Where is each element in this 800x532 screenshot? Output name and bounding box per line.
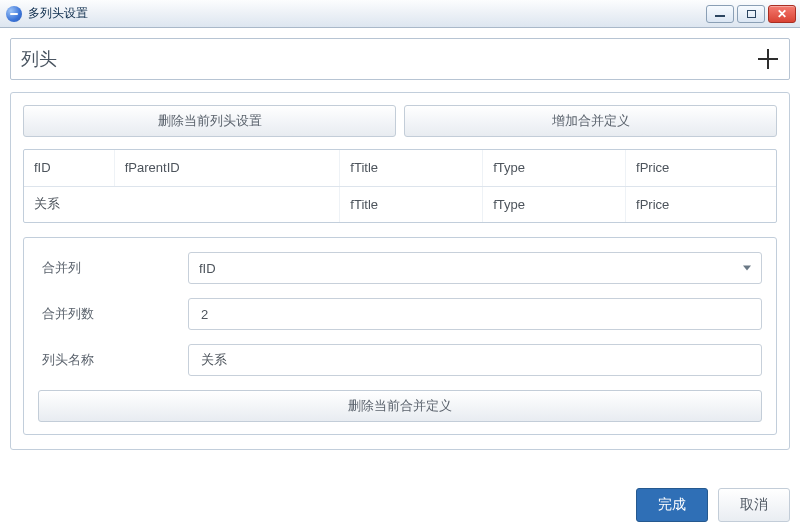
maximize-icon bbox=[747, 10, 756, 18]
cell[interactable]: fTitle bbox=[340, 150, 483, 186]
cell[interactable]: fID bbox=[24, 150, 114, 186]
merge-form: 合并列 fID 合并列数 列头名称 删除当前合并定义 bbox=[23, 237, 777, 435]
delete-current-merge-button[interactable]: 删除当前合并定义 bbox=[38, 390, 762, 422]
titlebar[interactable]: 多列头设置 ✕ bbox=[0, 0, 800, 28]
merge-count-field[interactable] bbox=[199, 306, 751, 323]
add-merge-definition-button[interactable]: 增加合并定义 bbox=[404, 105, 777, 137]
maximize-button[interactable] bbox=[737, 5, 765, 23]
header-name-label: 列头名称 bbox=[38, 351, 188, 369]
section-header: 列头 bbox=[10, 38, 790, 80]
close-icon: ✕ bbox=[777, 8, 787, 20]
window-title: 多列头设置 bbox=[28, 5, 706, 22]
delete-current-header-button[interactable]: 删除当前列头设置 bbox=[23, 105, 396, 137]
close-button[interactable]: ✕ bbox=[768, 5, 796, 23]
cell-merged[interactable]: 关系 bbox=[24, 186, 340, 222]
add-icon[interactable] bbox=[757, 48, 779, 70]
cell[interactable]: fPrice bbox=[626, 186, 776, 222]
minimize-icon bbox=[715, 15, 725, 17]
header-name-input[interactable] bbox=[188, 344, 762, 376]
app-icon bbox=[6, 6, 22, 22]
table-row: fID fParentID fTitle fType fPrice bbox=[24, 150, 776, 186]
merge-column-select[interactable]: fID bbox=[188, 252, 762, 284]
merge-column-label: 合并列 bbox=[38, 259, 188, 277]
minimize-button[interactable] bbox=[706, 5, 734, 23]
cell[interactable]: fTitle bbox=[340, 186, 483, 222]
settings-panel: 删除当前列头设置 增加合并定义 fID fParentID fTitle fTy… bbox=[10, 92, 790, 450]
header-name-field[interactable] bbox=[199, 352, 751, 369]
cell[interactable]: fType bbox=[483, 186, 626, 222]
merge-column-value: fID bbox=[199, 261, 216, 276]
cell[interactable]: fPrice bbox=[626, 150, 776, 186]
chevron-down-icon bbox=[743, 266, 751, 271]
merge-count-label: 合并列数 bbox=[38, 305, 188, 323]
cancel-button[interactable]: 取消 bbox=[718, 488, 790, 522]
section-title: 列头 bbox=[21, 47, 57, 71]
merge-count-input[interactable] bbox=[188, 298, 762, 330]
ok-button[interactable]: 完成 bbox=[636, 488, 708, 522]
columns-grid: fID fParentID fTitle fType fPrice 关系 fTi… bbox=[23, 149, 777, 223]
cell[interactable]: fType bbox=[483, 150, 626, 186]
table-row: 关系 fTitle fType fPrice bbox=[24, 186, 776, 222]
dialog-footer: 完成 取消 bbox=[10, 478, 790, 522]
cell[interactable]: fParentID bbox=[114, 150, 340, 186]
